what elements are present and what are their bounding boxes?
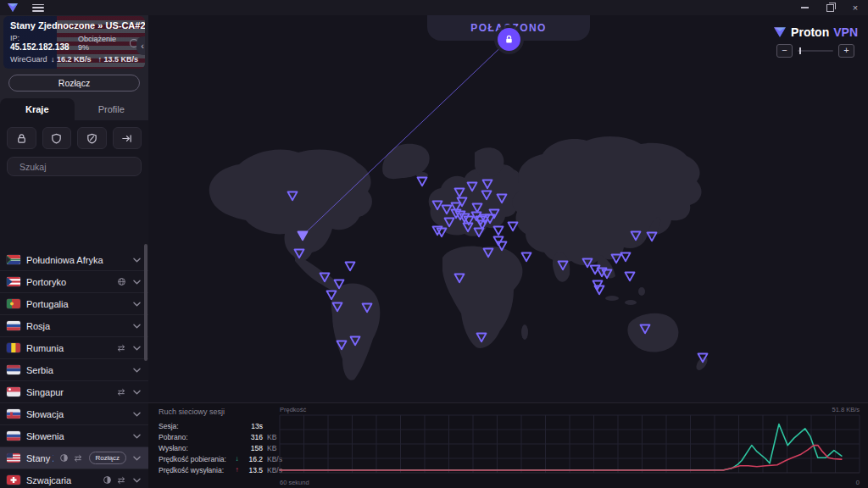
tor-button[interactable] — [77, 127, 107, 149]
brand-vpn: VPN — [833, 25, 858, 39]
upload-speed: 13.5 KB/s — [103, 55, 138, 64]
collapse-card-button[interactable]: ‹ — [136, 36, 145, 55]
streaming-icon — [59, 453, 69, 463]
country-name: Singapur — [26, 387, 110, 397]
tab-countries[interactable]: Kraje — [0, 98, 75, 120]
down-arrow-icon: ↓ — [51, 55, 55, 64]
tab-profiles[interactable]: Profile — [75, 98, 149, 120]
map-zoom-controls: − + — [776, 44, 854, 58]
protonvpn-window: × POŁĄCZONO ProtonVPN − + Stany Zjednocz… — [0, 0, 868, 488]
tor-shield-icon — [86, 132, 98, 145]
stat-label: Wysłano: — [159, 444, 233, 452]
connection-card: Stany Zjednoczone » US-CA#24 IP: 45.152.… — [3, 16, 145, 69]
protonvpn-mark-icon — [773, 26, 787, 38]
close-button[interactable]: × — [843, 0, 868, 15]
sidebar-scrollbar[interactable] — [144, 244, 147, 361]
ip-value: 45.152.182.138 — [10, 42, 70, 52]
country-row-za[interactable]: Południowa Afryka — [0, 249, 148, 270]
country-row-si[interactable]: Słowenia — [0, 424, 148, 446]
flag-si-icon — [7, 431, 20, 441]
graph-max-label: 51.8 KB/s — [832, 406, 860, 413]
stat-value: 13.5 — [241, 466, 263, 474]
chevron-down-icon[interactable] — [132, 279, 142, 286]
zoom-slider-thumb[interactable] — [799, 47, 801, 54]
country-row-ru[interactable]: Rosja — [0, 314, 148, 336]
stat-row: Wysłano:158KB — [159, 442, 286, 453]
country-row-ch[interactable]: Szwajcaria — [0, 469, 148, 488]
country-row-pt[interactable]: Portugalia — [0, 292, 148, 314]
protocol-label: WireGuard — [10, 55, 47, 64]
connected-pin[interactable] — [498, 28, 520, 51]
restore-button[interactable] — [817, 0, 843, 15]
graph-right-label: 0 — [856, 479, 860, 486]
port-forwarding-button[interactable] — [113, 127, 142, 149]
chevron-down-icon[interactable] — [132, 367, 142, 374]
zoom-in-button[interactable]: + — [838, 44, 854, 58]
country-name: Portoryko — [26, 277, 111, 287]
shield-icon — [50, 132, 63, 145]
chevron-down-icon[interactable] — [132, 345, 142, 352]
connection-title: Stany Zjednoczone » US-CA#24 — [10, 20, 138, 30]
chevron-down-icon[interactable] — [132, 301, 142, 308]
secure-core-button[interactable] — [7, 127, 36, 149]
p2p-icon — [116, 344, 126, 352]
chevron-down-icon[interactable] — [132, 455, 142, 462]
brand-logo: ProtonVPN — [773, 25, 858, 39]
p2p-icon — [73, 454, 83, 463]
chevron-down-icon[interactable] — [132, 323, 142, 330]
stat-label: Prędkość pobierania: — [159, 455, 233, 463]
flag-ro-icon — [7, 343, 20, 352]
ip-label: IP: — [10, 34, 19, 42]
stat-value: 316 — [241, 433, 263, 441]
sidebar: Stany Zjednoczone » US-CA#24 IP: 45.152.… — [0, 15, 148, 488]
chevron-down-icon[interactable] — [132, 389, 142, 396]
lock-icon — [504, 34, 515, 45]
graph-left-label: 60 sekund — [280, 479, 309, 486]
traffic-stats: Ruch sieciowy sesji Sesja:13sPobrano:316… — [159, 408, 286, 475]
chevron-down-icon[interactable] — [132, 477, 142, 484]
disconnect-button[interactable]: Rozłącz — [8, 75, 140, 92]
p2p-icon — [116, 388, 126, 396]
country-row-rs[interactable]: Serbia — [0, 358, 148, 380]
country-row-sk[interactable]: Słowacja — [0, 402, 148, 424]
lock-icon — [15, 132, 28, 145]
country-name: Szwajcaria — [26, 475, 97, 485]
country-name: Rumunia — [26, 343, 110, 353]
search-box — [7, 157, 142, 176]
country-row-us[interactable]: Stany Zjed...Rozłącz — [0, 446, 148, 469]
stat-label: Sesja: — [159, 422, 233, 430]
country-name: Stany Zjed... — [26, 453, 53, 463]
country-name: Południowa Afryka — [26, 255, 120, 265]
stat-row: Pobrano:316KB — [159, 431, 286, 442]
flag-us-icon — [7, 453, 20, 463]
country-name: Słowacja — [26, 409, 120, 419]
chevron-down-icon[interactable] — [132, 411, 142, 418]
globe-icon — [117, 277, 126, 286]
flag-sg-icon — [7, 387, 20, 396]
country-list: Południowa AfrykaPortorykoPortugaliaRosj… — [0, 249, 148, 488]
graph-title: Prędkość — [280, 406, 307, 413]
download-speed: 16.2 KB/s — [57, 55, 92, 64]
country-row-pr[interactable]: Portoryko — [0, 270, 148, 292]
search-input[interactable] — [18, 161, 136, 173]
flag-pr-icon — [7, 277, 20, 286]
zoom-out-button[interactable]: − — [776, 44, 793, 58]
zoom-slider[interactable] — [798, 50, 833, 52]
stats-title: Ruch sieciowy sesji — [159, 408, 286, 416]
country-row-sg[interactable]: Singapur — [0, 380, 148, 402]
stat-label: Pobrano: — [159, 433, 233, 441]
hamburger-menu-icon[interactable] — [32, 4, 44, 12]
chevron-down-icon[interactable] — [132, 257, 142, 263]
minimize-button[interactable] — [792, 0, 817, 15]
row-disconnect-button[interactable]: Rozłącz — [89, 452, 126, 464]
netshield-button[interactable] — [42, 127, 72, 149]
feature-buttons — [0, 120, 148, 149]
country-row-ro[interactable]: Rumunia — [0, 336, 148, 358]
flag-sk-icon — [7, 409, 20, 419]
flag-za-icon — [7, 255, 20, 264]
server-load: Obciążenie 9% — [78, 35, 127, 52]
stat-row: Prędkość pobierania:↓16.2KB/s — [159, 453, 286, 464]
country-name: Słowenia — [26, 431, 120, 441]
chevron-down-icon[interactable] — [132, 433, 142, 440]
titlebar: × — [0, 0, 868, 15]
